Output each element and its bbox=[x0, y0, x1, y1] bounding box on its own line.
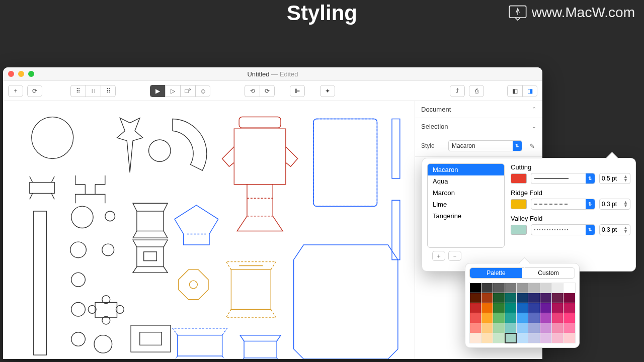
color-swatch[interactable] bbox=[563, 323, 575, 333]
color-swatch[interactable] bbox=[505, 293, 517, 303]
color-swatch[interactable] bbox=[493, 333, 505, 343]
color-swatch[interactable] bbox=[505, 313, 517, 323]
add-preset-button[interactable]: ＋ bbox=[432, 251, 445, 261]
color-swatch[interactable] bbox=[469, 313, 481, 323]
color-swatch[interactable] bbox=[516, 303, 528, 313]
color-grid[interactable] bbox=[469, 283, 575, 343]
color-swatch[interactable] bbox=[540, 283, 552, 293]
palette-tabs[interactable]: Palette Custom bbox=[469, 267, 575, 279]
tab-palette[interactable]: Palette bbox=[470, 268, 522, 278]
color-swatch[interactable] bbox=[516, 283, 528, 293]
color-swatch[interactable] bbox=[528, 293, 540, 303]
color-swatch[interactable] bbox=[516, 323, 528, 333]
left-panel-button[interactable]: ◧ bbox=[507, 85, 522, 97]
color-swatch[interactable] bbox=[528, 283, 540, 293]
svg-point-8 bbox=[70, 242, 87, 258]
right-panel-button[interactable]: ◨ bbox=[522, 85, 537, 97]
move-tool-button[interactable]: ▶ bbox=[150, 85, 165, 97]
color-swatch[interactable] bbox=[540, 313, 552, 323]
color-swatch[interactable] bbox=[469, 323, 481, 333]
preset-item[interactable]: Lime bbox=[428, 199, 504, 210]
color-swatch[interactable] bbox=[540, 303, 552, 313]
color-swatch[interactable] bbox=[551, 323, 564, 333]
ridge-size-input[interactable]: 0.3 pt▲▼ bbox=[599, 199, 630, 210]
color-swatch[interactable] bbox=[563, 283, 575, 293]
svg-rect-28 bbox=[244, 341, 277, 358]
magic-button[interactable]: ✦ bbox=[320, 85, 335, 97]
share-button[interactable]: ⤴ bbox=[450, 85, 465, 97]
preset-item[interactable]: Macaron bbox=[428, 164, 504, 175]
remove-preset-button[interactable]: － bbox=[448, 251, 461, 261]
color-swatch[interactable] bbox=[469, 293, 481, 303]
add-button[interactable]: ＋ bbox=[8, 85, 23, 97]
color-swatch[interactable] bbox=[493, 323, 505, 333]
color-swatch[interactable] bbox=[516, 293, 528, 303]
grid-small-button[interactable]: ⠿ bbox=[70, 85, 86, 97]
color-swatch[interactable] bbox=[481, 323, 493, 333]
color-swatch[interactable] bbox=[563, 293, 575, 303]
cutting-color-swatch[interactable] bbox=[511, 173, 527, 184]
color-swatch[interactable] bbox=[481, 283, 493, 293]
color-swatch[interactable] bbox=[505, 333, 517, 343]
valley-dash-select[interactable]: ⇅ bbox=[531, 224, 595, 235]
color-swatch[interactable] bbox=[551, 303, 564, 313]
valley-color-swatch[interactable] bbox=[511, 225, 527, 235]
color-swatch[interactable] bbox=[505, 323, 517, 333]
grid-dots-button[interactable]: ∷ bbox=[86, 85, 101, 97]
color-swatch[interactable] bbox=[563, 333, 575, 343]
preset-list[interactable]: Macaron Aqua Maroon Lime Tangerine bbox=[427, 163, 505, 248]
color-swatch[interactable] bbox=[493, 313, 505, 323]
color-swatch[interactable] bbox=[528, 333, 540, 343]
color-swatch[interactable] bbox=[481, 303, 493, 313]
color-swatch[interactable] bbox=[528, 303, 540, 313]
preset-item[interactable]: Maroon bbox=[428, 187, 504, 199]
edit-style-button[interactable]: ✎ bbox=[527, 141, 536, 150]
tab-custom[interactable]: Custom bbox=[522, 268, 575, 278]
color-swatch[interactable] bbox=[481, 333, 493, 343]
section-selection[interactable]: Selection⌄ bbox=[415, 118, 542, 135]
style-select[interactable]: Macaron ⇅ bbox=[448, 140, 522, 151]
color-swatch[interactable] bbox=[469, 303, 481, 313]
color-swatch[interactable] bbox=[563, 303, 575, 313]
color-swatch[interactable] bbox=[516, 333, 528, 343]
color-swatch[interactable] bbox=[540, 323, 552, 333]
color-swatch[interactable] bbox=[551, 313, 564, 323]
color-swatch[interactable] bbox=[528, 313, 540, 323]
color-swatch[interactable] bbox=[493, 303, 505, 313]
color-swatch[interactable] bbox=[469, 283, 481, 293]
color-swatch[interactable] bbox=[481, 293, 493, 303]
rotate-ccw-button[interactable]: ⟲ bbox=[245, 85, 260, 97]
color-swatch[interactable] bbox=[540, 293, 552, 303]
color-swatch[interactable] bbox=[551, 293, 564, 303]
ridge-dash-select[interactable]: ⇅ bbox=[531, 199, 595, 210]
color-swatch[interactable] bbox=[493, 283, 505, 293]
valley-size-input[interactable]: 0.3 pt▲▼ bbox=[599, 224, 630, 235]
color-swatch[interactable] bbox=[528, 323, 540, 333]
cutting-size-input[interactable]: 0.5 pt▲▼ bbox=[599, 173, 630, 184]
rotate-cw-button[interactable]: ⟳ bbox=[260, 85, 275, 97]
ridge-color-swatch[interactable] bbox=[511, 199, 527, 209]
canvas[interactable] bbox=[3, 101, 415, 359]
color-swatch[interactable] bbox=[505, 303, 517, 313]
color-swatch[interactable] bbox=[551, 283, 564, 293]
erase-tool-button[interactable]: ◇ bbox=[195, 85, 210, 97]
direct-select-tool-button[interactable]: ▷ bbox=[165, 85, 180, 97]
color-swatch[interactable] bbox=[469, 333, 481, 343]
color-swatch[interactable] bbox=[516, 313, 528, 323]
color-swatch[interactable] bbox=[563, 313, 575, 323]
color-swatch[interactable] bbox=[540, 333, 552, 343]
shape-tool-button[interactable]: □° bbox=[180, 85, 195, 97]
color-swatch[interactable] bbox=[481, 313, 493, 323]
align-button[interactable]: ⊫ bbox=[290, 85, 305, 97]
refresh-button[interactable]: ⟳ bbox=[27, 85, 42, 97]
preset-item[interactable]: Tangerine bbox=[428, 210, 504, 222]
section-document[interactable]: Document⌃ bbox=[415, 101, 542, 118]
cutting-dash-select[interactable]: ⇅ bbox=[531, 173, 595, 184]
print-button[interactable]: ⎙ bbox=[469, 85, 484, 97]
select-arrow-icon: ⇅ bbox=[586, 225, 595, 235]
preset-item[interactable]: Aqua bbox=[428, 175, 504, 187]
grid-large-button[interactable]: ⠿ bbox=[101, 85, 116, 97]
color-swatch[interactable] bbox=[493, 293, 505, 303]
color-swatch[interactable] bbox=[505, 283, 517, 293]
color-swatch[interactable] bbox=[551, 333, 564, 343]
